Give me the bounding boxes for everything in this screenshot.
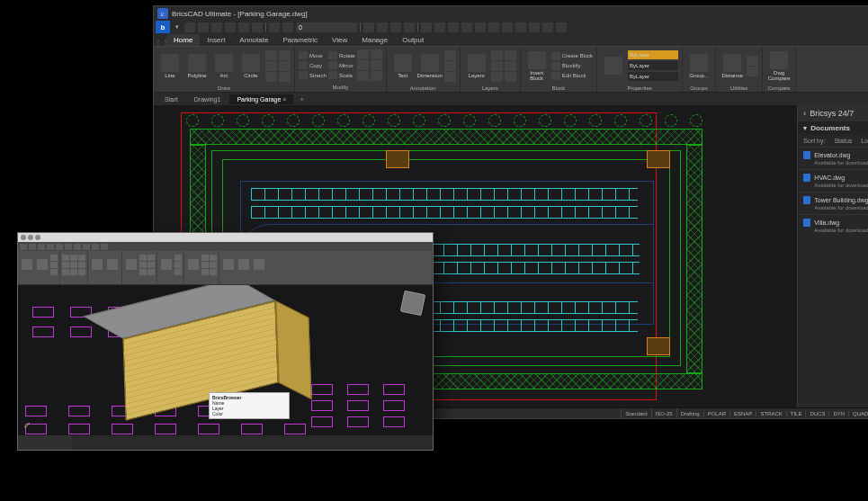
ann-small-icon[interactable] xyxy=(444,61,456,71)
sec-sml-icon[interactable] xyxy=(174,262,182,268)
rotate-button[interactable]: Rotate xyxy=(328,51,355,59)
sec-bigbtn[interactable] xyxy=(186,253,201,276)
modify-small-icon[interactable] xyxy=(371,60,382,70)
layers-button[interactable]: Layers xyxy=(464,49,489,83)
distance-button[interactable]: Distance xyxy=(720,49,745,83)
dimension-button[interactable]: Dimension xyxy=(417,49,443,83)
tab-insert[interactable]: Insert xyxy=(200,34,232,46)
sec-sml-icon[interactable] xyxy=(70,262,77,268)
qat-tool-icon[interactable] xyxy=(502,22,513,32)
status-toggle-esnap[interactable]: ESNAP xyxy=(729,411,756,416)
tab-drawing1[interactable]: Drawing1 xyxy=(187,94,228,104)
modify-small-icon[interactable] xyxy=(371,71,382,81)
tab-output[interactable]: Output xyxy=(395,34,431,46)
sec-sml-icon[interactable] xyxy=(78,255,85,261)
copy-button[interactable]: Copy xyxy=(299,61,327,69)
q2-icon[interactable] xyxy=(29,244,36,250)
sec-command-palette[interactable] xyxy=(18,435,74,450)
sys-btn-icon[interactable] xyxy=(35,235,40,240)
status-toggle-quad[interactable]: QUAD xyxy=(848,411,868,416)
sec-sml-icon[interactable] xyxy=(50,262,58,268)
doc-item[interactable]: Elevator.dwgAvailable for download xyxy=(798,147,868,169)
status-toggle-tile[interactable]: TILE xyxy=(786,411,806,416)
scale-button[interactable]: Scale xyxy=(328,71,355,79)
draw-small-icon[interactable] xyxy=(279,72,291,82)
q2-icon[interactable] xyxy=(38,244,45,250)
status-standard[interactable]: Standard xyxy=(621,408,650,418)
sec-sml-icon[interactable] xyxy=(139,269,147,275)
sys-btn-icon[interactable] xyxy=(21,235,26,240)
tab-start[interactable]: Start xyxy=(157,94,185,104)
draw-small-icon[interactable] xyxy=(265,50,277,60)
sec-command-line[interactable] xyxy=(74,435,433,450)
open-icon[interactable] xyxy=(198,22,209,32)
qat-tool-icon[interactable] xyxy=(488,22,499,32)
sec-sml-icon[interactable] xyxy=(62,255,69,261)
sec-sml-icon[interactable] xyxy=(148,262,155,268)
sec-sml-icon[interactable] xyxy=(210,255,217,261)
sec-bigbtn[interactable] xyxy=(35,253,49,276)
draw-small-icon[interactable] xyxy=(265,61,277,71)
sec-bigbtn[interactable] xyxy=(90,253,104,276)
tab-annotate[interactable]: Annotate xyxy=(232,34,275,46)
qat-tool-icon[interactable] xyxy=(529,22,540,32)
modify-small-icon[interactable] xyxy=(371,49,382,59)
layer-small-icon[interactable] xyxy=(505,61,516,71)
stretch-button[interactable]: Stretch xyxy=(299,71,327,79)
mirror-button[interactable]: Mirror xyxy=(328,61,355,69)
q2-icon[interactable] xyxy=(20,244,27,250)
sec-sml-icon[interactable] xyxy=(62,269,69,275)
q2-icon[interactable] xyxy=(56,244,63,250)
layer-small-icon[interactable] xyxy=(491,50,503,60)
sec-bigbtn[interactable] xyxy=(237,253,251,276)
sec-bigbtn[interactable] xyxy=(159,253,174,276)
status-toggle-strack[interactable]: STRACK xyxy=(756,411,785,416)
sec-sml-icon[interactable] xyxy=(201,269,209,275)
color-combo[interactable]: ByLayer xyxy=(628,50,678,59)
status-drafting[interactable]: Drafting xyxy=(676,408,703,418)
q2-icon[interactable] xyxy=(83,244,90,250)
q2-icon[interactable] xyxy=(65,244,72,250)
create-block-button[interactable]: Create Block xyxy=(551,52,593,60)
status-toggle-polar[interactable]: POLAR xyxy=(703,411,729,416)
sec-sml-icon[interactable] xyxy=(210,269,217,275)
status-toggle-ducs[interactable]: DUCS xyxy=(805,411,828,416)
layer-small-icon[interactable] xyxy=(505,50,516,60)
lineweight-combo[interactable]: ByLayer xyxy=(628,72,678,81)
qat-tool-icon[interactable] xyxy=(556,22,567,32)
sec-bigbtn[interactable] xyxy=(124,253,139,276)
linetype-combo[interactable]: ByLayer xyxy=(628,61,678,70)
match-props-button[interactable] xyxy=(601,49,626,83)
sec-sml-icon[interactable] xyxy=(50,269,58,275)
current-layer-dropdown[interactable]: 0 xyxy=(296,22,357,32)
polyline-button[interactable]: Polyline xyxy=(184,49,210,83)
sec-sml-icon[interactable] xyxy=(62,262,69,268)
qat-tool-icon[interactable] xyxy=(461,22,472,32)
redo-icon[interactable] xyxy=(252,22,263,32)
dwg-compare-button[interactable]: Dwg Compare xyxy=(766,49,792,83)
draw-small-icon[interactable] xyxy=(279,50,291,60)
sec-sml-icon[interactable] xyxy=(174,255,182,261)
circle-button[interactable]: Circle xyxy=(238,49,264,83)
print-icon[interactable] xyxy=(225,22,236,32)
draw-small-icon[interactable] xyxy=(279,61,291,71)
sec-sml-icon[interactable] xyxy=(70,255,77,261)
modify-small-icon[interactable] xyxy=(357,49,369,59)
sys-btn-icon[interactable] xyxy=(28,235,33,240)
ribbon-grip-icon[interactable]: ⋮⋮ xyxy=(157,37,166,46)
status-iso[interactable]: ISO-25 xyxy=(651,408,676,418)
qat-tool-icon[interactable] xyxy=(434,22,445,32)
documents-section[interactable]: ▾Documents xyxy=(798,121,868,135)
sec-sml-icon[interactable] xyxy=(174,269,182,275)
chevron-left-icon[interactable]: ‹ xyxy=(803,109,806,118)
doc-item[interactable]: Tower Building.dwgAvailable for download xyxy=(798,192,868,214)
status-toggle-dyn[interactable]: DYN xyxy=(828,411,848,416)
modify-small-icon[interactable] xyxy=(357,60,369,70)
qat-tool-icon[interactable] xyxy=(448,22,459,32)
qat-tool-icon[interactable] xyxy=(475,22,486,32)
new-tab-button[interactable]: + xyxy=(295,94,309,105)
qat-tool-icon[interactable] xyxy=(421,22,432,32)
sec-sml-icon[interactable] xyxy=(70,269,77,275)
edit-block-button[interactable]: Edit Block xyxy=(551,72,593,80)
qat-tool-icon[interactable] xyxy=(390,22,401,32)
